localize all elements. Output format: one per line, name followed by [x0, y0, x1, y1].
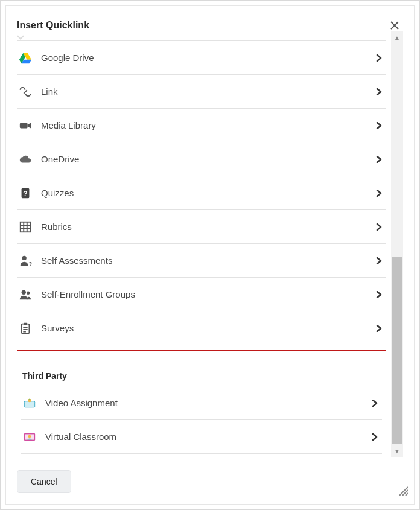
chevron-right-icon	[373, 190, 385, 197]
chevron-right-icon	[373, 257, 385, 264]
chevron-right-icon	[373, 88, 385, 95]
third-party-section: Third Party Video AssignmentVirtual Clas…	[17, 350, 386, 457]
svg-rect-13	[24, 322, 27, 325]
dialog-title: Insert Quicklink	[17, 20, 89, 31]
close-icon	[390, 21, 399, 30]
list-item-rubrics[interactable]: Rubrics	[17, 210, 386, 244]
list-item-label: Video Assignment	[45, 398, 369, 408]
svg-point-10	[22, 290, 26, 294]
chevron-right-icon	[373, 54, 385, 62]
chevron-right-icon	[369, 400, 381, 407]
svg-point-11	[27, 291, 30, 295]
camera-icon	[18, 118, 33, 133]
list-item-quizzes[interactable]: ?Quizzes	[17, 176, 386, 210]
cancel-button[interactable]: Cancel	[17, 470, 71, 493]
third-party-item-video-assignment[interactable]: Video Assignment	[21, 386, 382, 420]
people-icon	[18, 287, 33, 302]
svg-point-8	[22, 255, 27, 260]
scroll-thumb[interactable]	[392, 257, 402, 444]
list-item-onedrive[interactable]: OneDrive	[17, 142, 386, 176]
bongo-video-icon	[22, 396, 37, 410]
quicklink-list: Google DriveLinkMedia LibraryOneDrive?Qu…	[17, 31, 386, 457]
svg-text:?: ?	[29, 261, 33, 267]
insert-quicklink-dialog: Insert Quicklink Google DriveLinkMedia L…	[5, 5, 415, 505]
svg-point-19	[28, 435, 31, 438]
third-party-header: Third Party	[22, 371, 382, 381]
person-q-icon: ?	[18, 253, 33, 268]
list-item-label: Quizzes	[41, 188, 373, 198]
chevron-right-icon	[373, 223, 385, 231]
grid-icon	[18, 220, 33, 234]
list-item-google-drive[interactable]: Google Drive	[17, 41, 386, 75]
chevron-right-icon	[373, 325, 385, 332]
link-icon	[18, 84, 33, 99]
scrollbar[interactable]: ▲ ▼	[391, 31, 403, 457]
list-item-truncated[interactable]	[17, 31, 386, 40]
chevron-right-icon	[369, 433, 381, 441]
list-item-media-library[interactable]: Media Library	[17, 109, 386, 142]
chevron-right-icon	[373, 122, 385, 129]
bongo-class-icon	[22, 430, 37, 444]
list-item-surveys[interactable]: Surveys	[17, 311, 386, 345]
cloud-icon	[18, 152, 33, 167]
google-drive-icon	[18, 51, 33, 65]
list-item-label: Link	[41, 86, 373, 97]
scroll-down-icon[interactable]: ▼	[391, 445, 403, 457]
list-item-link[interactable]: Link	[17, 75, 386, 109]
list-item-label: Self-Enrollment Groups	[41, 289, 373, 299]
list-item-label: Google Drive	[41, 53, 373, 63]
list-item-label: Media Library	[41, 120, 373, 130]
list-item-label: Self Assessments	[41, 255, 373, 266]
svg-rect-15	[25, 401, 35, 407]
list-item-label: OneDrive	[41, 154, 373, 164]
third-party-item-virtual-classroom[interactable]: Virtual Classroom	[21, 420, 382, 454]
list-item-label: Virtual Classroom	[45, 432, 369, 442]
list-item-label: Rubrics	[41, 222, 373, 232]
svg-rect-7	[21, 222, 31, 232]
resize-handle-icon[interactable]	[397, 485, 408, 498]
list-item-self-assess[interactable]: ?Self Assessments	[17, 244, 386, 278]
chevron-right-icon	[373, 291, 385, 298]
question-icon: ?	[18, 186, 33, 200]
list-item-label: Surveys	[41, 323, 373, 333]
svg-text:?: ?	[23, 189, 27, 197]
list-item-self-enroll[interactable]: Self-Enrollment Groups	[17, 278, 386, 311]
clipboard-icon	[18, 321, 33, 336]
svg-marker-4	[28, 123, 31, 128]
chevron-right-icon	[373, 156, 385, 163]
svg-rect-3	[20, 123, 28, 128]
scroll-up-icon[interactable]: ▲	[391, 31, 403, 43]
